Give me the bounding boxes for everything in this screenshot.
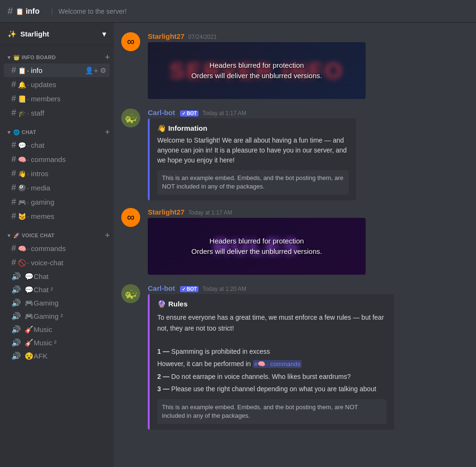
hash-icon-memes: # [11,211,16,221]
voice-room-afk[interactable]: 🔊 😵 AFK [4,350,110,362]
avatar-starlight27-2: ∞ [121,208,140,227]
voice-name-gaming2: Gaming ² [34,312,106,320]
hash-icon-gaming: # [11,197,16,207]
add-member-icon[interactable]: 👤+ [85,66,98,75]
rules-intro: To ensure everyone has a great time, we … [157,312,386,333]
section-header-voice-chat[interactable]: ▾ 🚀 VOICE CHAT + [0,231,114,242]
message-timestamp-3: Today at 1:17 AM [189,209,233,216]
add-channel-voice-chat[interactable]: + [105,231,110,240]
channel-name-commands: · commands [27,155,106,163]
voice-room-music[interactable]: 🔊 🎸 Music [4,323,110,336]
bot-badge-2: ✓ BOT [180,286,199,292]
speaker-icon-gaming2: 🔊 [11,312,21,321]
settings-icon-info[interactable]: ⚙ [100,66,106,75]
message-group-3: ∞ Starlight27 Today at 1:17 AM RULES Hea… [114,206,476,278]
channel-name-commands-voice: · commands [27,244,106,252]
channel-name-voice-chat-ch: · voice-chat [27,259,106,267]
channel-name-memes: · memes [27,212,106,220]
emoji-voice-afk: 😵 [25,352,34,360]
server-name: ✨ Starlight [8,30,49,38]
sidebar-item-intros[interactable]: # 👋 · intros [4,167,110,180]
server-header[interactable]: ✨ Starlight ▾ [0,23,114,45]
voice-name-music2: Music ² [34,339,106,347]
section-label-info-board: ▾ 👑 INFO BOARD [8,54,56,61]
avatar-carlbot-2: 🐢 [121,284,140,303]
channel-hash-icon: # [8,6,13,17]
sidebar-item-media[interactable]: # 🎱 · media [4,181,110,195]
voice-room-chat[interactable]: 🔊 💬 Chat [4,270,110,283]
hash-icon-updates: # [11,80,16,90]
emoji-voice-gaming2: 🎮 [25,312,34,321]
channel-name-staff: · staff [27,109,106,117]
sidebar-item-voice-chat-ch[interactable]: # 🚫 · voice-chat [4,256,110,269]
messages-list: ∞ Starlight27 07/24/2021 SERVER INFO Hea… [114,23,476,467]
hash-icon-commands: # [11,154,16,164]
message-group-4: 🐢 Carl-bot ✓ BOT Today at 1:20 AM 🔮 Rule… [114,282,476,431]
message-header-4: Carl-bot ✓ BOT Today at 1:20 AM [148,284,468,292]
emoji-voice-chat-ch: 🚫 [18,259,26,267]
channel-name-info: · info [27,66,85,74]
top-bar: # 📋 info | Welcome to the server! [0,0,476,23]
section-header-chat[interactable]: ▾ 🌐 CHAT + [0,128,114,138]
avatar-starlight27-1: ∞ [121,32,140,51]
sidebar-item-commands[interactable]: # 🧠 · commands [4,153,110,166]
embed-footer-information: This is an example embed. Embeds, and th… [157,170,349,195]
voice-room-gaming2[interactable]: 🔊 🎮 Gaming ² [4,310,110,323]
voice-name-music: Music [34,325,106,333]
voice-name-chat2: Chat ² [34,286,106,294]
sidebar-item-gaming[interactable]: # 🎮 · gaming [4,195,110,209]
info-channel-actions: 👤+ ⚙ [85,66,106,75]
section-icon-chat: ▾ [8,129,10,135]
emoji-intros: 👋 [18,170,26,178]
embed-desc-rules: To ensure everyone has a great time, we … [157,312,386,394]
rule-3: 3 — Please use the right channel dependi… [157,384,386,394]
channel-name-chat: · chat [27,141,106,149]
hash-icon-intros: # [11,169,16,179]
embed-information: 👋 Information Welcome to Starlight! We a… [148,118,356,200]
channel-name-members: · members [27,95,106,103]
voice-name-gaming: Gaming [34,299,106,307]
bot-badge-1: ✓ BOT [180,110,199,117]
blurred-rules-image: RULES Headers blurred for protectionOrde… [148,218,366,275]
add-channel-info-board[interactable]: + [105,53,110,62]
section-text-voice-chat: 🚀 VOICE CHAT [13,233,54,239]
message-content-2: Carl-bot ✓ BOT Today at 1:17 AM 👋 Inform… [148,108,468,200]
voice-room-gaming[interactable]: 🔊 🎮 Gaming [4,296,110,309]
add-channel-chat[interactable]: + [105,128,110,136]
sidebar-item-updates[interactable]: # 🔔 · updates [4,78,110,91]
channel-mention-commands: #🧠 · commands [253,360,302,368]
emoji-chat: 💬 [18,142,26,149]
section-label-chat: ▾ 🌐 CHAT [8,129,36,135]
emoji-updates: 🔔 [18,81,26,89]
message-author-carlbot-1: Carl-bot [148,108,175,117]
emoji-voice-gaming: 🎮 [25,299,34,307]
sidebar-item-info[interactable]: # 📋 · info 👤+ ⚙ [4,63,110,77]
sidebar-item-members[interactable]: # 📒 · members [4,92,110,106]
channel-name-updates: · updates [27,81,106,89]
embed-footer-rules: This is an example embed. Embeds, and th… [157,399,386,424]
blur-notice-1: Headers blurred for protectionOrders wil… [188,56,326,85]
message-header-2: Carl-bot ✓ BOT Today at 1:17 AM [148,108,468,117]
rule-2: 2 — Do not earrape in voice channels. Wh… [157,371,386,382]
sidebar-item-memes[interactable]: # 😼 · memes [4,209,110,223]
chat-area: ∞ Starlight27 07/24/2021 SERVER INFO Hea… [114,23,476,467]
section-icon-voice-chat: ▾ [8,233,10,239]
message-group-2: 🐢 Carl-bot ✓ BOT Today at 1:17 AM 👋 Info… [114,107,476,202]
embed-desc-information: Welcome to Starlight! We are all about h… [157,135,349,165]
message-author-starlight27: Starlight27 [148,32,185,40]
avatar-carlbot-1: 🐢 [121,108,140,127]
voice-room-chat2[interactable]: 🔊 💬 Chat ² [4,283,110,296]
message-content-1: Starlight27 07/24/2021 SERVER INFO Heade… [148,32,468,101]
sidebar-item-staff[interactable]: # 🎓 · staff [4,106,110,120]
message-timestamp-4: Today at 1:20 AM [202,286,246,292]
message-content-4: Carl-bot ✓ BOT Today at 1:20 AM 🔮 Rules … [148,284,468,430]
voice-name-afk: AFK [34,352,106,360]
section-header-info-board[interactable]: ▾ 👑 INFO BOARD + [0,53,114,63]
sidebar-item-commands-voice[interactable]: # 🧠 · commands [4,242,110,255]
speaker-icon-music: 🔊 [11,325,21,334]
voice-room-music2[interactable]: 🔊 🎸 Music ² [4,336,110,349]
hash-icon-info: # [11,65,16,75]
sidebar-item-chat[interactable]: # 💬 · chat [4,138,110,152]
message-header-1: Starlight27 07/24/2021 [148,32,468,40]
section-text-info-board: 👑 INFO BOARD [13,54,55,61]
